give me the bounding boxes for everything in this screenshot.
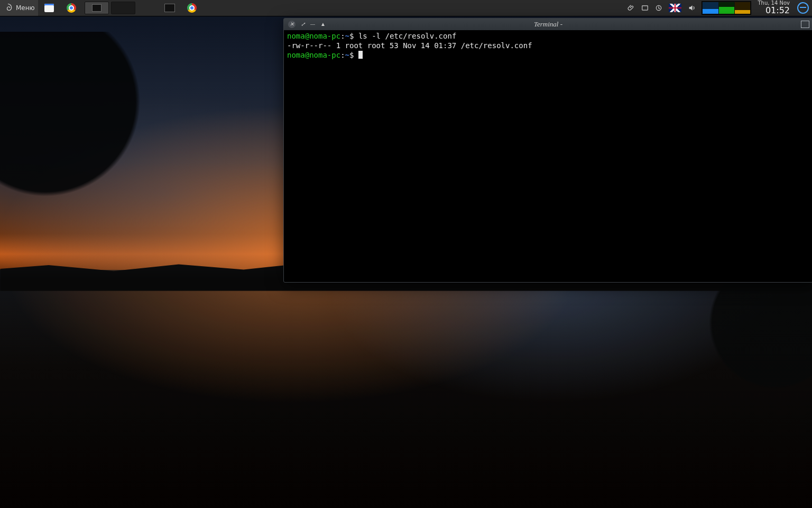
tray-attach[interactable] xyxy=(624,0,638,16)
terminal-icon xyxy=(164,4,175,12)
window-shade-button[interactable]: ▲ xyxy=(320,22,326,27)
task-terminal[interactable] xyxy=(85,2,109,14)
window-expand-button[interactable]: ⤢ xyxy=(301,22,305,27)
clock-time: 01:52 xyxy=(758,6,790,15)
svg-rect-0 xyxy=(642,6,648,10)
volume-icon xyxy=(688,4,696,12)
launcher-files[interactable] xyxy=(38,0,60,16)
tray-workspace[interactable] xyxy=(638,0,652,16)
wallpaper-water xyxy=(0,270,812,508)
window-maximize-button[interactable] xyxy=(801,21,809,28)
top-panel: Меню Thu, 14 Nov xyxy=(0,0,812,16)
window-close-button[interactable]: ✕ xyxy=(288,21,296,28)
chrome-icon xyxy=(187,3,197,13)
applications-menu[interactable]: Меню xyxy=(0,0,38,16)
window-titlebar[interactable]: ✕ ⤢ — ▲ Terminal - xyxy=(284,19,812,30)
session-icon xyxy=(797,2,809,14)
window-minimize-button[interactable]: — xyxy=(310,22,315,27)
terminal-output[interactable]: noma@noma-pc:~$ ls -l /etc/resolv.conf -… xyxy=(284,30,812,282)
chrome-icon xyxy=(67,3,76,13)
uk-flag-icon xyxy=(669,4,681,12)
tray-volume[interactable] xyxy=(685,0,699,16)
tray-session[interactable] xyxy=(794,0,812,16)
sysmon-graph xyxy=(702,1,751,15)
terminal-thumb-icon xyxy=(92,4,102,12)
terminal-window[interactable]: ✕ ⤢ — ▲ Terminal - noma@noma-pc:~$ ls -l… xyxy=(283,18,812,283)
panel-launcher-chrome-2[interactable] xyxy=(181,0,203,16)
taskbar xyxy=(82,0,137,16)
tray-keyboard-layout[interactable] xyxy=(666,0,685,16)
menu-label: Меню xyxy=(16,4,35,12)
files-icon xyxy=(44,4,54,12)
paperclip-icon xyxy=(628,4,635,12)
tray-system-monitor[interactable] xyxy=(699,0,753,16)
window-title: Terminal - xyxy=(284,20,812,29)
clock[interactable]: Thu, 14 Nov 01:52 xyxy=(753,0,794,17)
tray-updates[interactable] xyxy=(652,0,666,16)
debian-swirl-icon xyxy=(3,3,13,13)
workspace-icon xyxy=(641,4,649,12)
launcher-chrome[interactable] xyxy=(60,0,82,16)
updates-icon xyxy=(655,4,662,12)
panel-launcher-terminal[interactable] xyxy=(159,0,181,16)
task-empty[interactable] xyxy=(111,2,135,14)
